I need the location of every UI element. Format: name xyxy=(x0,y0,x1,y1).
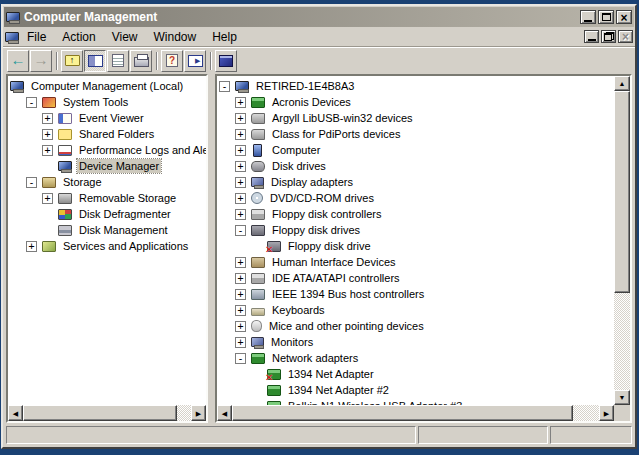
menu-file[interactable]: File xyxy=(19,28,54,46)
tree-item-floppy-disk-drive[interactable]: Floppy disk drive xyxy=(217,238,614,254)
tree-item-floppy-disk-drives[interactable]: -Floppy disk drives xyxy=(217,222,614,238)
expand-plus-icon[interactable]: + xyxy=(235,257,246,268)
tree-item-label[interactable]: Removable Storage xyxy=(77,191,178,205)
mdi-close-button[interactable] xyxy=(618,30,633,43)
expand-plus-icon[interactable]: + xyxy=(235,145,246,156)
tree-item-floppy-disk-controllers[interactable]: +Floppy disk controllers xyxy=(217,206,614,222)
expand-plus-icon[interactable]: + xyxy=(235,289,246,300)
tree-item-label[interactable]: Mice and other pointing devices xyxy=(267,319,426,333)
tree-item-label[interactable]: Class for PdiPorts devices xyxy=(270,127,402,141)
expand-plus-icon[interactable]: + xyxy=(235,209,246,220)
tree-item-label[interactable]: IDE ATA/ATAPI controllers xyxy=(270,271,402,285)
tree-item-dvd-cd-rom-drives[interactable]: +DVD/CD-ROM drives xyxy=(217,190,614,206)
scrollbar-thumb[interactable] xyxy=(23,405,177,421)
tree-item-keyboards[interactable]: +Keyboards xyxy=(217,302,614,318)
mdi-minimize-button[interactable] xyxy=(584,30,599,43)
scroll-down-button[interactable] xyxy=(614,390,630,405)
tree-item-1394-net-adapter-2[interactable]: 1394 Net Adapter #2 xyxy=(217,382,614,398)
tree-item-removable-storage[interactable]: +Removable Storage xyxy=(8,190,206,206)
close-button[interactable] xyxy=(616,10,632,24)
scrollbar-track[interactable] xyxy=(573,405,599,421)
tree-item-storage[interactable]: -Storage xyxy=(8,174,206,190)
back-button[interactable] xyxy=(7,50,29,72)
tree-item-disk-drives[interactable]: +Disk drives xyxy=(217,158,614,174)
tree-item-belkin-n1-wireless-usb-adapter-3[interactable]: Belkin N1 Wireless USB Adapter #3 xyxy=(217,398,614,405)
right-horizontal-scrollbar[interactable] xyxy=(217,405,614,421)
collapse-minus-icon[interactable]: - xyxy=(26,97,37,108)
tree-item-event-viewer[interactable]: +Event Viewer xyxy=(8,110,206,126)
tree-item-label[interactable]: DVD/CD-ROM drives xyxy=(268,191,376,205)
tree-item-argyll-libusb-win32-devices[interactable]: +Argyll LibUSB-win32 devices xyxy=(217,110,614,126)
expand-plus-icon[interactable]: + xyxy=(42,193,53,204)
scrollbar-track[interactable] xyxy=(614,293,630,390)
tree-item-label[interactable]: System Tools xyxy=(61,95,130,109)
expand-plus-icon[interactable]: + xyxy=(26,241,37,252)
properties-button[interactable] xyxy=(107,50,129,72)
tree-item-label[interactable]: Storage xyxy=(61,175,104,189)
tree-item-label[interactable]: Network adapters xyxy=(270,351,360,365)
scroll-right-button[interactable] xyxy=(599,405,614,421)
tree-item-mice-and-other-pointing-devices[interactable]: +Mice and other pointing devices xyxy=(217,318,614,334)
collapse-minus-icon[interactable]: - xyxy=(235,353,246,364)
right-vertical-scrollbar[interactable] xyxy=(614,76,630,405)
scrollbar-thumb[interactable] xyxy=(614,91,630,293)
tree-item-label[interactable]: Disk Management xyxy=(77,223,170,237)
collapse-minus-icon[interactable]: - xyxy=(219,81,230,92)
tree-item-label[interactable]: 1394 Net Adapter #2 xyxy=(286,383,391,397)
help-button[interactable] xyxy=(161,50,183,72)
tree-item-label[interactable]: Shared Folders xyxy=(77,127,156,141)
expand-plus-icon[interactable]: + xyxy=(235,337,246,348)
tree-item-human-interface-devices[interactable]: +Human Interface Devices xyxy=(217,254,614,270)
tree-item-computer[interactable]: +Computer xyxy=(217,142,614,158)
tree-item-label[interactable]: Argyll LibUSB-win32 devices xyxy=(270,111,415,125)
tree-item-disk-defragmenter[interactable]: Disk Defragmenter xyxy=(8,206,206,222)
tree-item-label[interactable]: Keyboards xyxy=(270,303,327,317)
tree-item-label[interactable]: Disk drives xyxy=(270,159,328,173)
expand-plus-icon[interactable]: + xyxy=(235,161,246,172)
mdi-restore-button[interactable] xyxy=(601,30,616,43)
menu-action[interactable]: Action xyxy=(54,28,103,46)
left-horizontal-scrollbar[interactable] xyxy=(8,405,206,421)
tree-item-disk-management[interactable]: Disk Management xyxy=(8,222,206,238)
expand-plus-icon[interactable]: + xyxy=(235,113,246,124)
tree-item-retired-1e4b8a3[interactable]: -RETIRED-1E4B8A3 xyxy=(217,78,614,94)
tree-item-ieee-1394-bus-host-controllers[interactable]: +IEEE 1394 Bus host controllers xyxy=(217,286,614,302)
expand-plus-icon[interactable]: + xyxy=(235,177,246,188)
tree-item-label[interactable]: Services and Applications xyxy=(61,239,190,253)
tree-item-monitors[interactable]: +Monitors xyxy=(217,334,614,350)
scroll-right-button[interactable] xyxy=(191,405,206,421)
scroll-up-button[interactable] xyxy=(614,76,630,91)
maximize-button[interactable] xyxy=(598,10,614,24)
tree-item-services-and-applications[interactable]: +Services and Applications xyxy=(8,238,206,254)
tree-item-computer-management-local[interactable]: Computer Management (Local) xyxy=(8,78,206,94)
menu-view[interactable]: View xyxy=(104,28,146,46)
tree-item-network-adapters[interactable]: -Network adapters xyxy=(217,350,614,366)
expand-plus-icon[interactable]: + xyxy=(235,321,246,332)
tree-item-label[interactable]: 1394 Net Adapter xyxy=(286,367,376,381)
up-one-level-button[interactable] xyxy=(61,50,83,72)
expand-plus-icon[interactable]: + xyxy=(42,145,53,156)
tree-item-label[interactable]: Computer xyxy=(270,143,322,157)
collapse-minus-icon[interactable]: - xyxy=(26,177,37,188)
tree-item-device-manager[interactable]: Device Manager xyxy=(8,158,206,174)
print-button[interactable] xyxy=(130,50,152,72)
tree-item-label[interactable]: IEEE 1394 Bus host controllers xyxy=(270,287,426,301)
expand-plus-icon[interactable]: + xyxy=(42,113,53,124)
tree-item-class-for-pdiports-devices[interactable]: +Class for PdiPorts devices xyxy=(217,126,614,142)
menu-help[interactable]: Help xyxy=(204,28,245,46)
tree-item-label[interactable]: Performance Logs and Alert: xyxy=(77,143,206,157)
minimize-button[interactable] xyxy=(580,10,596,24)
tree-item-shared-folders[interactable]: +Shared Folders xyxy=(8,126,206,142)
tree-item-acronis-devices[interactable]: +Acronis Devices xyxy=(217,94,614,110)
tree-item-label[interactable]: Display adapters xyxy=(269,175,355,189)
expand-plus-icon[interactable]: + xyxy=(235,193,246,204)
tree-item-system-tools[interactable]: -System Tools xyxy=(8,94,206,110)
tree-item-1394-net-adapter[interactable]: 1394 Net Adapter xyxy=(217,366,614,382)
tree-item-label[interactable]: Floppy disk drive xyxy=(286,239,373,253)
mdi-child-icon[interactable] xyxy=(5,32,19,42)
tree-item-ide-ata-atapi-controllers[interactable]: +IDE ATA/ATAPI controllers xyxy=(217,270,614,286)
scroll-left-button[interactable] xyxy=(8,405,23,421)
expand-plus-icon[interactable]: + xyxy=(235,97,246,108)
tree-item-label[interactable]: Human Interface Devices xyxy=(270,255,398,269)
tree-item-label[interactable]: Disk Defragmenter xyxy=(77,207,173,221)
